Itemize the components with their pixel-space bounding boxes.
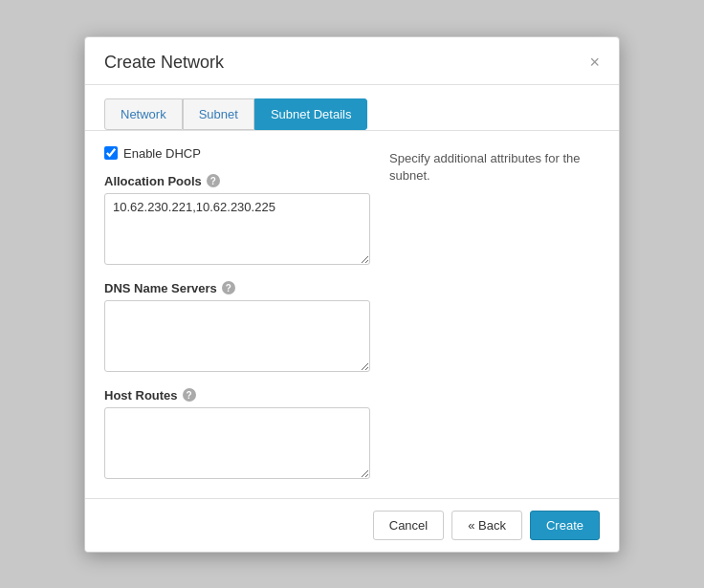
modal-header: Create Network × [85,37,619,85]
allocation-pools-textarea[interactable]: 10.62.230.221,10.62.230.225 [104,193,370,265]
dns-name-servers-help-icon[interactable]: ? [222,281,235,294]
host-routes-group: Host Routes ? [104,388,370,482]
host-routes-label-row: Host Routes ? [104,388,370,403]
enable-dhcp-checkbox[interactable] [104,146,118,160]
modal-title: Create Network [104,53,224,73]
info-text: Specify additional attributes for the su… [389,150,600,185]
info-section: Specify additional attributes for the su… [389,146,600,495]
dns-name-servers-label-row: DNS Name Servers ? [104,281,370,295]
tab-network[interactable]: Network [104,98,183,130]
modal-overlay: Create Network × Network Subnet Subnet D… [0,0,704,588]
modal-body: Enable DHCP Allocation Pools ? 10.62.230… [85,131,619,511]
allocation-pools-label: Allocation Pools [104,174,202,188]
tab-bar: Network Subnet Subnet Details [85,85,619,131]
form-section: Enable DHCP Allocation Pools ? 10.62.230… [104,146,370,495]
host-routes-textarea[interactable] [104,407,370,479]
allocation-pools-label-row: Allocation Pools ? [104,174,370,188]
enable-dhcp-row: Enable DHCP [104,146,370,161]
host-routes-help-icon[interactable]: ? [183,388,196,402]
allocation-pools-help-icon[interactable]: ? [207,174,220,187]
close-button[interactable]: × [589,54,600,71]
create-button[interactable]: Create [530,511,600,540]
enable-dhcp-label: Enable DHCP [123,146,201,161]
tab-subnet[interactable]: Subnet [183,98,254,130]
modal-footer: Cancel « Back Create [85,498,619,552]
dns-name-servers-label: DNS Name Servers [104,281,217,295]
create-network-modal: Create Network × Network Subnet Subnet D… [84,36,620,553]
dns-name-servers-group: DNS Name Servers ? [104,281,370,375]
dns-name-servers-textarea[interactable] [104,300,370,372]
back-button[interactable]: « Back [451,511,522,540]
tab-subnet-details[interactable]: Subnet Details [254,98,368,130]
allocation-pools-group: Allocation Pools ? 10.62.230.221,10.62.2… [104,174,370,268]
cancel-button[interactable]: Cancel [373,511,444,540]
host-routes-label: Host Routes [104,388,178,403]
